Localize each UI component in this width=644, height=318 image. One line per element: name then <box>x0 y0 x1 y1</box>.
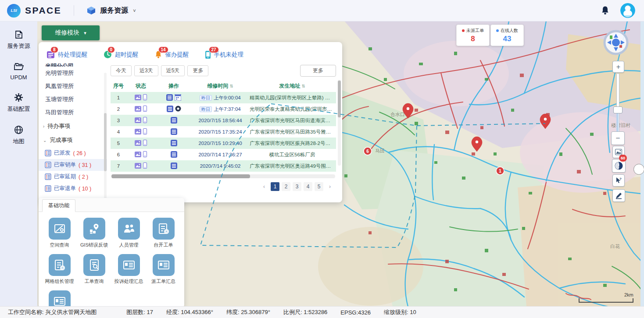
app-spatial-query[interactable]: 空间查询 <box>43 218 76 248</box>
status-label: 已审销单 <box>54 161 76 169</box>
dispatch-icon[interactable] <box>171 140 177 146</box>
page-next[interactable]: › <box>326 182 334 191</box>
phone-status-icon[interactable] <box>143 163 147 169</box>
filter-more[interactable]: 更多 <box>187 65 208 76</box>
dispatch-icon[interactable] <box>171 163 177 169</box>
sidebar-item-map[interactable]: 地图 <box>13 125 25 145</box>
phone-status-icon[interactable] <box>143 151 147 157</box>
tab-urge-reminder[interactable]: 14 催办提醒 <box>154 50 189 59</box>
status-label: 已派发 <box>54 149 71 157</box>
dispatch-icon[interactable] <box>167 106 173 112</box>
reminder-tabs: 8 待处理提醒 0 超时提醒 14 催办提醒 <box>39 42 342 61</box>
filter-3days[interactable]: 近3天 <box>134 65 158 76</box>
org-list-scrollbar[interactable] <box>104 73 107 199</box>
status-item-closed[interactable]: 已审销单 ( 31 ) <box>39 159 107 171</box>
col-address[interactable]: 发生地址 ⇅ <box>248 80 336 92</box>
top-bar: LSI SPACE 服务资源 ˅ <box>0 0 644 21</box>
table-row[interactable]: 1 昨日上午9:00:04 精英幼儿园(深圳市光明区上辇路) 广东省深圳市光明.… <box>111 92 336 103</box>
table-row[interactable]: 7 2020/7/14 9:45:02 广东省深圳市光明区奥运路49号围仔上石家… <box>111 160 336 172</box>
sketch-button[interactable] <box>612 189 625 202</box>
photo-icon[interactable] <box>135 106 141 112</box>
page-2[interactable]: 2 <box>282 182 290 191</box>
eye-icon[interactable] <box>175 106 181 112</box>
app-personnel-mgmt[interactable]: 人员管理 <box>112 218 145 248</box>
page-4[interactable]: 4 <box>304 182 312 191</box>
org-parent-item[interactable]: 光明分公司 <box>39 62 107 67</box>
doc-search-icon <box>83 254 105 276</box>
caret-down-icon: ⌄ <box>43 138 47 143</box>
phone-status-icon[interactable] <box>143 140 147 146</box>
panel-collapse-knob[interactable] <box>633 164 644 175</box>
phone-status-icon[interactable] <box>143 106 147 112</box>
status-item-dispatched[interactable]: 已派发 ( 26 ) <box>39 147 107 159</box>
status-item-postponed[interactable]: 已审延期 ( 2 ) <box>39 171 107 183</box>
sidebar-item-service-resource[interactable]: 服务资源 <box>7 30 30 50</box>
stat-label: 未派工单 <box>466 28 484 34</box>
org-item-matian[interactable]: 马田管理所 <box>39 106 107 119</box>
app-grid: 空间查询 GIS错误反馈 人员管理 自开工单 网格组长管理 工单查询 <box>39 212 184 307</box>
bell-icon[interactable] <box>601 6 610 15</box>
page-prev[interactable]: ‹ <box>260 182 268 191</box>
dispatch-icon[interactable] <box>171 151 177 158</box>
table-row[interactable]: 2 昨日上午7:37:04 光明区荣泰大厦精英幼儿园(深圳市光明区上辇路) <box>111 103 336 115</box>
app-dispatch-summary[interactable]: 派工单汇总 <box>147 254 180 285</box>
app-gis-feedback[interactable]: GIS错误反馈 <box>78 218 111 248</box>
dispatch-icon[interactable] <box>171 128 177 135</box>
table-row[interactable]: 3 2020/7/15 18:56:44 广东省深圳市光明区马田街道海滨路雅居乐… <box>111 115 336 126</box>
caret-right-icon: › <box>43 124 44 129</box>
tab-label: 手机未处理 <box>214 51 244 59</box>
photo-icon[interactable] <box>135 129 141 134</box>
group-done[interactable]: ⌄ 完成事项 <box>39 133 107 147</box>
photo-icon[interactable] <box>135 117 141 123</box>
tab-mobile-unprocessed[interactable]: 27 手机未处理 <box>205 50 244 59</box>
sidebar-item-updm[interactable]: UPDM <box>10 62 27 81</box>
status-item-returned[interactable]: 已审退单 ( 10 ) <box>39 183 107 194</box>
user-avatar[interactable] <box>620 3 635 18</box>
dispatch-icon[interactable] <box>166 94 173 101</box>
app-self-workorder[interactable]: 自开工单 <box>147 218 180 248</box>
app-workorder-query[interactable]: 工单查询 <box>78 254 111 285</box>
org-item-yutang[interactable]: 玉塘管理所 <box>39 93 107 106</box>
dispatch-icon[interactable] <box>171 117 177 124</box>
app-complaint-summary[interactable]: 投诉处理汇总 <box>112 254 145 285</box>
org-item-guangming[interactable]: 光明管理所 <box>39 67 107 80</box>
filter-5days[interactable]: 近5天 <box>161 65 185 76</box>
org-item-fenghuang[interactable]: 凤凰管理所 <box>39 80 107 93</box>
phone-status-icon[interactable] <box>143 117 147 123</box>
photo-icon[interactable] <box>135 140 141 146</box>
photo-icon[interactable] <box>135 152 141 157</box>
pagination: ‹ 1 2 3 4 5 › <box>111 182 336 191</box>
app-duty-roster[interactable]: 排班表 <box>43 290 76 307</box>
group-todo[interactable]: › 待办事项 <box>39 119 107 133</box>
page-3[interactable]: 3 <box>293 182 301 191</box>
phone-status-icon[interactable] <box>143 128 147 134</box>
phone-status-icon[interactable] <box>143 94 147 100</box>
sidebar-item-basic-config[interactable]: 基础配置 <box>7 92 30 113</box>
table-row[interactable]: 5 2020/7/15 10:29:40 广东省深圳市光明区振兴路28-2号雅达… <box>111 138 336 149</box>
page-1[interactable]: 1 <box>271 182 279 191</box>
photo-icon[interactable] <box>135 95 141 100</box>
calendar-icon[interactable] <box>175 94 181 101</box>
app-switcher[interactable]: 服务资源 ˅ <box>86 6 136 15</box>
zoom-in-button[interactable]: + <box>612 61 624 73</box>
yesterday-tag: 昨日 <box>200 106 212 112</box>
table-horizontal-scrollbar[interactable] <box>111 174 335 178</box>
photo-icon[interactable] <box>135 163 141 169</box>
compass-control[interactable] <box>605 31 627 54</box>
app-grid-leader-mgmt[interactable]: 网格组长管理 <box>43 254 76 285</box>
zoom-slider-handle[interactable] <box>613 106 623 113</box>
filter-today[interactable]: 今天 <box>111 65 132 76</box>
tab-timeout-reminder[interactable]: 0 超时提醒 <box>104 50 139 59</box>
col-time[interactable]: 维修时间 ⇅ <box>192 80 248 92</box>
table-vertical-scrollbar[interactable] <box>338 80 341 166</box>
page-5[interactable]: 5 <box>315 182 323 191</box>
tab-pending-reminder[interactable]: 8 待处理提醒 <box>47 50 88 59</box>
table-row[interactable]: 4 2020/7/15 17:35:24 广东省深圳市光明区马田路35号雅达马山… <box>111 126 336 138</box>
zoom-out-button[interactable]: − <box>611 131 625 145</box>
module-dropdown-button[interactable]: 维修模块 ▾ <box>42 25 100 40</box>
tab-basic-functions[interactable]: 基础功能 <box>42 199 75 212</box>
table-row[interactable]: 6 2020/7/14 17:36:27 横坑工业区56栋厂房 <box>111 149 336 160</box>
identify-button[interactable]: ? <box>612 174 625 187</box>
info-circle-icon <box>615 162 623 170</box>
more-button[interactable]: 更多 <box>300 65 336 77</box>
